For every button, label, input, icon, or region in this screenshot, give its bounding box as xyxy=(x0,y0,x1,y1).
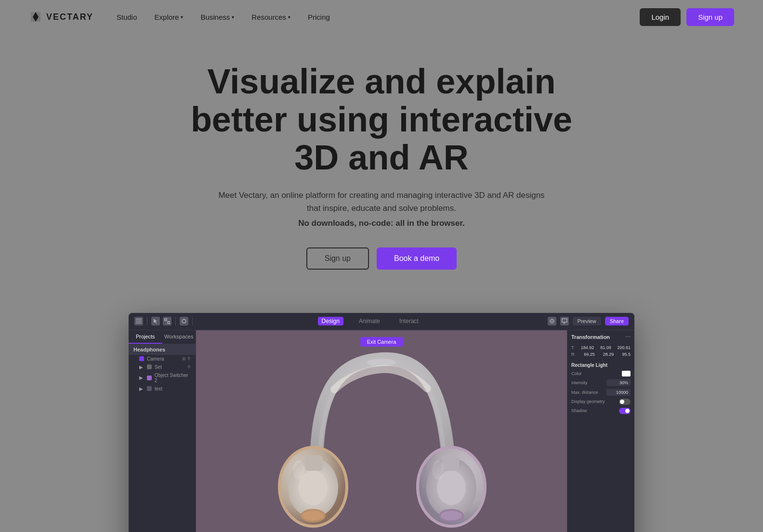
toolbar-shape-icons xyxy=(180,317,193,325)
svg-marker-5 xyxy=(154,319,157,324)
tab-interact[interactable]: Interact xyxy=(395,317,422,325)
toolbar-right: Preview Share xyxy=(548,317,629,325)
app-screenshot: Design Animate Interact Preview Share Pr… xyxy=(129,313,634,532)
hero-subtitle: Meet Vectary, an online platform for cre… xyxy=(218,189,545,215)
hero-subtitle-bold: No downloads, no-code: all in the browse… xyxy=(298,219,465,228)
svg-rect-4 xyxy=(136,323,142,324)
right-panel-title: Transformation ⋯ xyxy=(571,334,631,340)
camera-icon xyxy=(139,356,144,361)
tab-design[interactable]: Design xyxy=(318,317,343,325)
chevron-down-icon: ▾ xyxy=(232,14,234,20)
tab-projects[interactable]: Projects xyxy=(129,330,162,344)
object-icon xyxy=(147,376,152,380)
svg-rect-2 xyxy=(136,319,142,320)
shadow-toggle[interactable] xyxy=(619,408,631,414)
transformation-r-row: R. 69.25 28.29 95.5 xyxy=(571,352,631,357)
cursor-icon[interactable] xyxy=(151,317,160,325)
main-viewport: Exit Camera xyxy=(196,330,567,532)
headphones-render: VECTARY xyxy=(196,330,567,532)
right-panel-section-label: Rectangle Light xyxy=(571,363,631,368)
svg-point-8 xyxy=(182,319,186,323)
color-swatch[interactable] xyxy=(622,371,631,376)
logo[interactable]: VECTARY xyxy=(29,10,93,24)
right-panel: Transformation ⋯ T. 184.92 81.09 200.61 … xyxy=(567,330,634,532)
max-distance-field: Max. distance 10000 xyxy=(571,389,631,396)
exit-camera-button[interactable]: Exit Camera xyxy=(360,337,403,347)
panel-tabs: Projects Workspaces xyxy=(129,330,196,344)
svg-rect-7 xyxy=(168,322,170,324)
svg-point-26 xyxy=(432,460,444,480)
navbar-right: Login Sign up xyxy=(640,8,734,26)
left-panel: Projects Workspaces Headphones Camera ⊞ … xyxy=(129,330,196,532)
intensity-field: Intensity 30% xyxy=(571,379,631,386)
login-button[interactable]: Login xyxy=(640,8,681,26)
panel-set-row[interactable]: ▶ Set ⚲ xyxy=(129,363,196,371)
folder-icon xyxy=(147,364,152,369)
tab-workspaces[interactable]: Workspaces xyxy=(162,330,196,344)
panel-headphones-item[interactable]: Headphones xyxy=(129,344,196,355)
transform-icon[interactable] xyxy=(163,317,171,325)
nav-pricing[interactable]: Pricing xyxy=(308,13,330,21)
signup-button[interactable]: Sign up xyxy=(686,8,734,26)
svg-point-25 xyxy=(293,460,304,480)
display-geometry-field: Display geometry xyxy=(571,399,631,405)
share-button[interactable]: Share xyxy=(605,317,629,325)
transformation-t-row: T. 184.92 81.09 200.61 xyxy=(571,345,631,350)
nav-links: Studio Explore ▾ Business ▾ Resources ▾ … xyxy=(117,13,330,21)
hero-signup-button[interactable]: Sign up xyxy=(306,247,369,270)
preview-button[interactable]: Preview xyxy=(573,317,601,325)
display-geometry-toggle[interactable] xyxy=(619,399,631,405)
panel-object-switcher-row[interactable]: ▶ Object Switcher 2 xyxy=(129,371,196,385)
svg-point-27 xyxy=(367,359,396,366)
svg-rect-6 xyxy=(165,319,167,321)
shadow-field: Shadow xyxy=(571,408,631,414)
logo-icon xyxy=(29,10,42,24)
toolbar-tabs: Design Animate Interact xyxy=(197,317,544,325)
nav-studio[interactable]: Studio xyxy=(117,13,137,21)
shape-icon[interactable] xyxy=(180,317,188,325)
headphones-svg: VECTARY xyxy=(242,333,521,532)
comments-icon[interactable] xyxy=(560,317,569,325)
panel-text-row[interactable]: ▶ text xyxy=(129,385,196,393)
chevron-down-icon: ▾ xyxy=(288,14,290,20)
app-body: Projects Workspaces Headphones Camera ⊞ … xyxy=(129,330,634,532)
brand-name: VECTARY xyxy=(46,12,93,22)
svg-rect-24 xyxy=(442,455,459,471)
hero-section: Visualize and explain better using inter… xyxy=(0,34,763,313)
chevron-down-icon: ▾ xyxy=(181,14,183,20)
navbar-left: VECTARY Studio Explore ▾ Business ▾ Reso… xyxy=(29,10,330,24)
nav-business[interactable]: Business ▾ xyxy=(200,13,234,21)
svg-point-10 xyxy=(551,321,553,322)
toolbar-left-icons xyxy=(134,317,147,325)
navbar: VECTARY Studio Explore ▾ Business ▾ Reso… xyxy=(0,0,763,34)
tab-animate[interactable]: Animate xyxy=(355,317,384,325)
hero-buttons: Sign up Book a demo xyxy=(306,247,457,270)
svg-point-16 xyxy=(303,511,324,520)
color-field: Color xyxy=(571,371,631,376)
svg-rect-3 xyxy=(136,321,142,322)
menu-icon[interactable] xyxy=(134,317,143,325)
toolbar-tool-icons xyxy=(151,317,176,325)
panel-camera-row[interactable]: Camera ⊞ ⚲ xyxy=(129,355,196,363)
app-toolbar: Design Animate Interact Preview Share xyxy=(129,313,634,330)
svg-point-22 xyxy=(441,511,462,520)
svg-rect-23 xyxy=(305,455,323,471)
notification-icon[interactable] xyxy=(548,317,556,325)
nav-resources[interactable]: Resources ▾ xyxy=(251,13,290,21)
text-icon xyxy=(147,386,152,391)
hero-book-demo-button[interactable]: Book a demo xyxy=(377,247,457,270)
nav-explore[interactable]: Explore ▾ xyxy=(155,13,184,21)
hero-title: Visualize and explain better using inter… xyxy=(165,63,598,177)
